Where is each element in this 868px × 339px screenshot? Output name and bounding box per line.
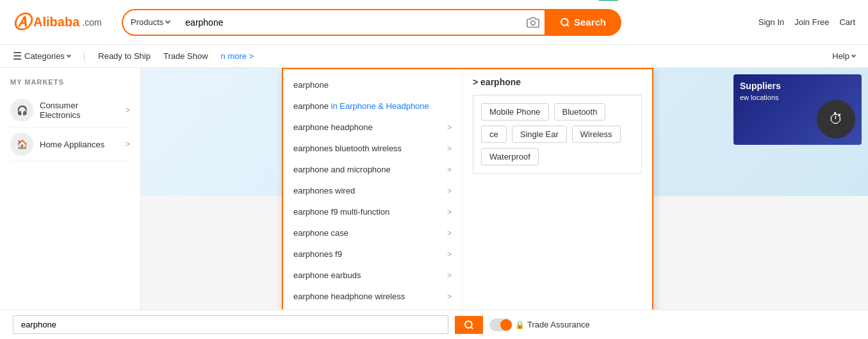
- camera-icon: [527, 16, 539, 29]
- item-text: earphone earbuds: [293, 270, 361, 280]
- arrow-icon: >: [447, 229, 452, 238]
- logo[interactable]: Ⓐ Alibaba.com: [13, 10, 115, 35]
- svg-point-0: [531, 21, 536, 25]
- sidebar-item-label: Home Appliances: [40, 140, 119, 149]
- chevron-down-icon: [851, 53, 856, 58]
- search-button[interactable]: NEW Search: [545, 9, 621, 36]
- bottom-bar: 🔒 Trade Assurance: [0, 310, 868, 337]
- suppliers-text: Suppliers: [740, 81, 855, 91]
- main-content: MY MARKETS 🎧 Consumer Electronics > 🏠 Ho…: [0, 68, 868, 337]
- search-btn-label: Search: [574, 17, 606, 28]
- search-area: Products NEW Search: [122, 9, 621, 36]
- autocomplete-item-earphones-bluetooth[interactable]: earphones bluetooth wireless >: [283, 138, 462, 159]
- tag-waterproof[interactable]: Waterproof: [481, 148, 539, 165]
- signin-link[interactable]: Sign In: [758, 17, 784, 27]
- arrow-icon: >: [126, 106, 130, 115]
- item-text: earphone headphone: [293, 122, 373, 132]
- navbar: ☰ Categories | Ready to Ship Trade Show …: [0, 45, 868, 68]
- autocomplete-dropdown: earphone earphone in Earphone & Headphon…: [282, 68, 653, 313]
- arrow-icon: >: [447, 250, 452, 259]
- tag-ce[interactable]: ce: [481, 126, 507, 143]
- svg-point-3: [465, 321, 472, 328]
- header-right: Sign In Join Free Cart: [758, 17, 855, 27]
- sidebar-title: MY MARKETS: [10, 78, 130, 86]
- menu-icon: ☰: [13, 50, 22, 62]
- arrow-icon: >: [447, 292, 452, 301]
- related-tags: Mobile Phone Bluetooth ce Single Ear Wir…: [473, 95, 642, 174]
- highlight-text: in Earphone & Headphone: [331, 101, 429, 111]
- arrow-icon: >: [126, 140, 130, 149]
- join-link[interactable]: Join Free: [794, 17, 829, 27]
- bottom-search-button[interactable]: [455, 316, 483, 334]
- trade-assurance-icon: 🔒: [515, 320, 525, 329]
- suppliers-banner: Suppliers ew locations ⏱: [733, 74, 862, 145]
- logo-com: .com: [82, 17, 101, 28]
- tag-single-ear[interactable]: Single Ear: [512, 126, 567, 143]
- autocomplete-item-earphones-f9[interactable]: earphones f9 >: [283, 244, 462, 265]
- sidebar-item-home-appliances[interactable]: 🏠 Home Appliances >: [10, 128, 130, 161]
- consumer-electronics-icon: 🎧: [10, 99, 33, 122]
- autocomplete-item-earphone[interactable]: earphone: [283, 74, 462, 95]
- autocomplete-item-earphone-headphone-wireless[interactable]: earphone headphone wireless >: [283, 286, 462, 307]
- chevron-down-icon: [67, 53, 71, 58]
- svg-point-1: [561, 19, 568, 26]
- content-area: Suppliers ew locations ⏱ earphone earpho…: [141, 68, 868, 337]
- gauge-icon: ⏱: [817, 100, 855, 138]
- autocomplete-left-panel: earphone earphone in Earphone & Headphon…: [283, 69, 463, 312]
- autocomplete-item-earphone-f9[interactable]: earphone f9 multi-function >: [283, 201, 462, 222]
- logo-icon: Ⓐ: [13, 10, 31, 35]
- autocomplete-item-earphone-microphone[interactable]: earphone and microphone >: [283, 159, 462, 180]
- toggle-switch[interactable]: [489, 318, 512, 331]
- item-text: earphones bluetooth wireless: [293, 144, 402, 153]
- nav-more[interactable]: n more >: [221, 51, 254, 61]
- arrow-icon: >: [447, 165, 452, 174]
- nav-trade-show[interactable]: Trade Show: [163, 51, 208, 61]
- help-label: Help: [832, 51, 849, 61]
- home-appliances-icon: 🏠: [10, 133, 33, 156]
- tag-bluetooth[interactable]: Bluetooth: [554, 103, 606, 120]
- arrow-icon: >: [447, 144, 452, 153]
- trade-assurance: 🔒 Trade Assurance: [489, 318, 590, 331]
- item-text: earphones f9: [293, 249, 342, 259]
- search-icon: [464, 320, 474, 330]
- nav-ready-to-ship[interactable]: Ready to Ship: [98, 51, 151, 61]
- products-dropdown[interactable]: Products: [122, 9, 177, 36]
- item-text: earphone headphone wireless: [293, 292, 405, 301]
- new-badge: NEW: [598, 0, 619, 1]
- autocomplete-item-earphones-wired[interactable]: earphones wired >: [283, 180, 462, 201]
- autocomplete-item-earphone-headphone[interactable]: earphone headphone >: [283, 117, 462, 138]
- trade-toggle[interactable]: 🔒 Trade Assurance: [489, 318, 590, 331]
- header: Ⓐ Alibaba.com Products NEW Search Sign I…: [0, 0, 868, 45]
- bottom-search-input[interactable]: [13, 315, 448, 334]
- right-panel-title: > earphone: [473, 77, 642, 87]
- autocomplete-item-earphone-category[interactable]: earphone in Earphone & Headphone: [283, 95, 462, 117]
- chevron-down-icon: [165, 19, 170, 24]
- tag-mobile-phone[interactable]: Mobile Phone: [481, 103, 549, 120]
- search-icon: [560, 17, 570, 28]
- search-input[interactable]: [177, 9, 521, 36]
- trade-assurance-label: Trade Assurance: [527, 320, 590, 329]
- arrow-icon: >: [447, 271, 452, 280]
- item-text: earphone f9 multi-function: [293, 207, 389, 217]
- item-text: earphone case: [293, 228, 348, 238]
- arrow-icon: >: [447, 123, 452, 132]
- tag-wireless[interactable]: Wireless: [572, 126, 621, 143]
- sidebar-item-consumer-electronics[interactable]: 🎧 Consumer Electronics >: [10, 94, 130, 128]
- nav-categories[interactable]: ☰ Categories: [13, 50, 70, 62]
- arrow-icon: >: [447, 186, 452, 195]
- autocomplete-item-earphone-case[interactable]: earphone case >: [283, 222, 462, 244]
- cart-link[interactable]: Cart: [839, 17, 855, 27]
- logo-text: Alibaba: [33, 15, 79, 29]
- sidebar-item-label: Consumer Electronics: [40, 101, 119, 120]
- autocomplete-item-earphone-earbuds[interactable]: earphone earbuds >: [283, 265, 462, 286]
- item-text: earphone and microphone: [293, 165, 391, 174]
- categories-label: Categories: [24, 51, 65, 61]
- nav-divider: |: [83, 51, 85, 61]
- camera-button[interactable]: [521, 9, 545, 36]
- arrow-icon: >: [447, 208, 452, 217]
- item-text: earphone: [293, 80, 329, 90]
- nav-help[interactable]: Help: [832, 51, 855, 61]
- svg-line-2: [567, 24, 569, 26]
- products-label: Products: [131, 17, 163, 27]
- item-text: earphones wired: [293, 186, 355, 195]
